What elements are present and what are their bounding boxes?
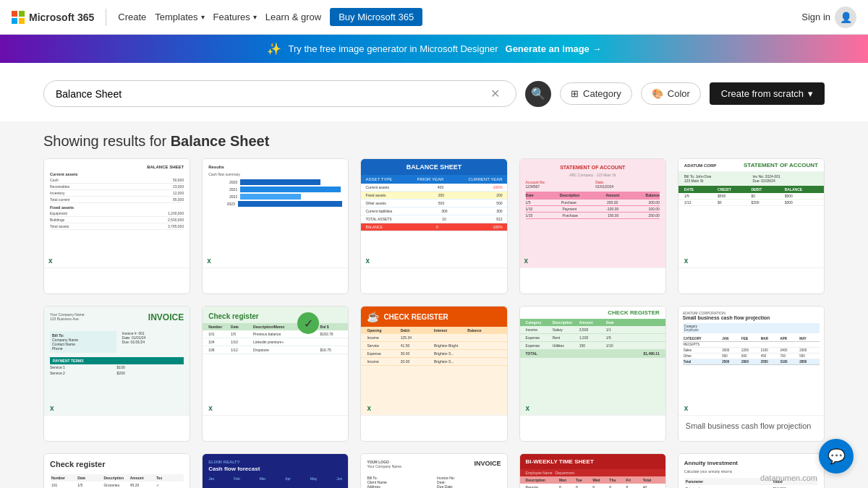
results-heading: Showing results for Balance Sheet [0, 121, 868, 158]
template-label [520, 267, 665, 294]
template-thumbnail: BALANCE SHEET Current assets Cash50,000 … [44, 159, 190, 267]
promo-banner: ✨ Try the free image generator in Micros… [0, 35, 868, 63]
template-thumbnail: Check register NumberDateDescriptionAmou… [44, 454, 190, 488]
template-card[interactable]: Results Cash flow summary 2020 2021 2022 [202, 158, 349, 294]
color-filter-button[interactable]: 🎨 Color [641, 82, 701, 105]
template-thumbnail: Results Cash flow summary 2020 2021 2022 [203, 159, 348, 267]
search-clear-button[interactable]: ✕ [486, 87, 504, 100]
template-card[interactable]: BALANCE SHEET Current assets Cash50,000 … [43, 158, 190, 294]
templates-area: BALANCE SHEET Current assets Cash50,000 … [0, 158, 868, 488]
template-thumbnail: Your Company Name123 Business Ave INVOIC… [44, 307, 190, 415]
templates-dropdown[interactable]: Templates ▾ [155, 12, 204, 22]
search-input[interactable] [56, 88, 486, 100]
wand-icon: ✨ [267, 42, 281, 56]
category-filter-button[interactable]: ⊞ Category [560, 82, 632, 105]
search-input-wrap: ✕ [43, 80, 516, 107]
create-from-scratch-button[interactable]: Create from scratch ▾ [710, 82, 825, 105]
template-label: Small business cash flow projection [678, 415, 824, 441]
template-card[interactable]: CHECK REGISTER CategoryDescriptionAmount… [519, 306, 666, 442]
template-label [678, 267, 824, 294]
promo-text: Try the free image generator in Microsof… [289, 43, 498, 54]
templates-grid: BALANCE SHEET Current assets Cash50,000 … [43, 158, 825, 488]
avatar: 👤 [835, 7, 856, 28]
template-card[interactable]: BI-WEEKLY TIME SHEET Employee Name · Dep… [519, 453, 666, 488]
buy-button[interactable]: Buy Microsoft 365 [330, 8, 422, 26]
template-label [361, 267, 506, 294]
microsoft-365-logo[interactable]: Microsoft 365 [12, 11, 94, 24]
template-thumbnail: ☕ CHECK REGISTER OpeningDebitInterestBal… [361, 307, 506, 415]
template-label [44, 267, 190, 294]
create-link[interactable]: Create [118, 12, 146, 22]
template-thumbnail: Annuity investment Calculate your annuit… [678, 454, 824, 488]
search-bar-row: ✕ 🔍 ⊞ Category 🎨 Color Create from scrat… [43, 80, 825, 107]
template-card[interactable]: ELIXIR REALTY Cash flow forecast JanFebM… [202, 453, 349, 488]
search-submit-button[interactable]: 🔍 [525, 81, 551, 107]
chevron-down-icon: ▾ [808, 88, 813, 99]
template-thumbnail: CHECK REGISTER CategoryDescriptionAmount… [520, 307, 665, 415]
template-thumbnail: ADATUM CORP STATEMENT OF ACCOUNT Bill To… [678, 159, 824, 267]
template-label [520, 415, 665, 441]
promo-cta-link[interactable]: Generate an image → [506, 43, 602, 54]
template-card[interactable]: Check register NumberDateDescriptionAmou… [43, 453, 190, 488]
template-card[interactable]: ADATUM CORPORATION Small business cash f… [678, 306, 825, 442]
chat-fab-button[interactable]: 💬 [819, 439, 854, 474]
template-card[interactable]: Check register ✓ NumberDateDescription/M… [202, 306, 349, 442]
template-thumbnail: Check register ✓ NumberDateDescription/M… [203, 307, 348, 415]
template-label [203, 415, 348, 441]
template-thumbnail: BALANCE SHEET ASSET TYPEPRIOR YEARCURREN… [361, 159, 506, 267]
template-card[interactable]: Annuity investment Calculate your annuit… [678, 453, 825, 488]
template-thumbnail: STATEMENT OF ACCOUNT ABC Company · 123 M… [520, 159, 665, 267]
sign-in-button[interactable]: Sign in 👤 [801, 7, 856, 28]
template-label [361, 415, 506, 441]
template-card[interactable]: STATEMENT OF ACCOUNT ABC Company · 123 M… [519, 158, 666, 294]
learn-grow-link[interactable]: Learn & grow [265, 12, 321, 22]
brand-label: Microsoft 365 [29, 12, 94, 23]
templates-chevron-icon: ▾ [201, 13, 205, 21]
template-card[interactable]: YOUR LOGOYour Company Name INVOICE Bill … [360, 453, 507, 488]
nav-divider [106, 9, 106, 26]
template-thumbnail: ADATUM CORPORATION Small business cash f… [678, 307, 824, 415]
watermark: datanumen.com [760, 474, 817, 482]
features-dropdown[interactable]: Features ▾ [213, 12, 257, 22]
template-label [203, 267, 348, 294]
template-card[interactable]: BALANCE SHEET ASSET TYPEPRIOR YEARCURREN… [360, 158, 507, 294]
template-card[interactable]: ☕ CHECK REGISTER OpeningDebitInterestBal… [360, 306, 507, 442]
template-card[interactable]: Your Company Name123 Business Ave INVOIC… [43, 306, 190, 442]
template-card[interactable]: ADATUM CORP STATEMENT OF ACCOUNT Bill To… [678, 158, 825, 294]
template-thumbnail: ELIXIR REALTY Cash flow forecast JanFebM… [203, 454, 348, 488]
chat-icon: 💬 [827, 448, 846, 465]
template-label [44, 415, 190, 441]
features-chevron-icon: ▾ [253, 13, 257, 21]
category-icon: ⊞ [571, 88, 579, 99]
color-icon: 🎨 [652, 88, 663, 99]
template-thumbnail: BI-WEEKLY TIME SHEET Employee Name · Dep… [520, 454, 665, 488]
template-thumbnail: YOUR LOGOYour Company Name INVOICE Bill … [361, 454, 506, 488]
search-area: ✕ 🔍 ⊞ Category 🎨 Color Create from scrat… [0, 63, 868, 121]
top-navigation: Microsoft 365 Create Templates ▾ Feature… [0, 0, 868, 35]
search-icon: 🔍 [531, 87, 545, 100]
